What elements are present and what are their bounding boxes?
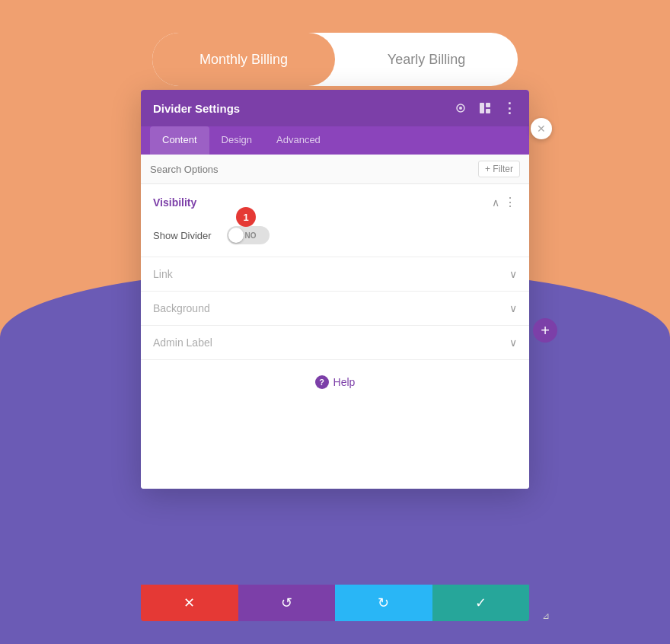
visibility-section: Visibility ∧ ⋮ Show Divider NO <box>141 184 529 257</box>
tab-content[interactable]: Content <box>150 126 209 155</box>
background-section: Background ∨ <box>141 292 529 326</box>
visibility-icons: ∧ ⋮ <box>492 195 517 209</box>
link-section: Link ∨ <box>141 257 529 292</box>
header-icons: ⋮ <box>453 100 517 116</box>
chevron-up-icon: ∧ <box>492 196 499 209</box>
panel-title: Divider Settings <box>153 102 240 115</box>
help-label: Help <box>333 376 356 388</box>
resize-handle[interactable]: ⊿ <box>542 611 554 623</box>
layout-icon[interactable] <box>477 100 493 116</box>
search-bar: + Filter <box>141 155 529 184</box>
monthly-billing-option[interactable]: Monthly Billing <box>152 33 335 86</box>
toggle-state-label: NO <box>245 231 257 240</box>
svg-rect-2 <box>480 103 484 113</box>
more-options-icon[interactable]: ⋮ <box>502 100 517 116</box>
more-icon[interactable]: ⋮ <box>504 195 517 209</box>
cancel-button[interactable]: ✕ <box>141 585 238 621</box>
save-button[interactable]: ✓ <box>432 585 530 621</box>
help-icon: ? <box>315 375 329 389</box>
settings-icon[interactable] <box>453 100 468 116</box>
billing-toggle: Monthly Billing Yearly Billing <box>152 33 518 86</box>
tab-design[interactable]: Design <box>209 126 264 155</box>
link-header[interactable]: Link ∨ <box>141 257 529 291</box>
help-row[interactable]: ? Help <box>141 360 529 404</box>
close-button[interactable]: ✕ <box>531 118 552 139</box>
search-input[interactable] <box>150 164 478 175</box>
admin-label-title: Admin Label <box>153 336 212 349</box>
admin-label-icons: ∨ <box>509 336 517 349</box>
add-button[interactable]: + <box>533 318 557 343</box>
yearly-billing-option[interactable]: Yearly Billing <box>335 33 518 86</box>
link-title: Link <box>153 268 173 280</box>
visibility-title: Visibility <box>153 196 196 209</box>
background-icons: ∨ <box>509 302 517 314</box>
badge-number: 1 <box>236 207 256 227</box>
action-bar: ✕ ↺ ↻ ✓ <box>141 585 529 621</box>
background-title: Background <box>153 302 210 314</box>
settings-panel: Divider Settings ⋮ Content Desi <box>141 90 529 489</box>
panel-content: Visibility ∧ ⋮ Show Divider NO Link ∨ <box>141 184 529 489</box>
link-chevron-icon: ∨ <box>509 268 517 280</box>
link-icons: ∨ <box>509 268 517 280</box>
toggle-knob <box>228 228 244 243</box>
svg-rect-3 <box>486 103 490 107</box>
undo-button[interactable]: ↺ <box>238 585 336 621</box>
redo-button[interactable]: ↻ <box>335 585 432 621</box>
admin-label-section: Admin Label ∨ <box>141 326 529 360</box>
background-chevron-icon: ∨ <box>509 302 517 314</box>
panel-tabs: Content Design Advanced <box>141 126 529 155</box>
panel-header: Divider Settings ⋮ <box>141 90 529 126</box>
admin-label-header[interactable]: Admin Label ∨ <box>141 326 529 359</box>
show-divider-label: Show Divider <box>153 230 212 241</box>
visibility-header[interactable]: Visibility ∧ ⋮ <box>141 184 529 220</box>
show-divider-toggle[interactable]: NO <box>227 226 270 244</box>
show-divider-row: Show Divider NO <box>141 220 529 257</box>
admin-chevron-icon: ∨ <box>509 336 517 349</box>
tab-advanced[interactable]: Advanced <box>264 126 333 155</box>
filter-button[interactable]: + Filter <box>478 161 520 177</box>
background-header[interactable]: Background ∨ <box>141 292 529 325</box>
svg-point-1 <box>459 107 462 110</box>
svg-rect-4 <box>486 109 490 113</box>
